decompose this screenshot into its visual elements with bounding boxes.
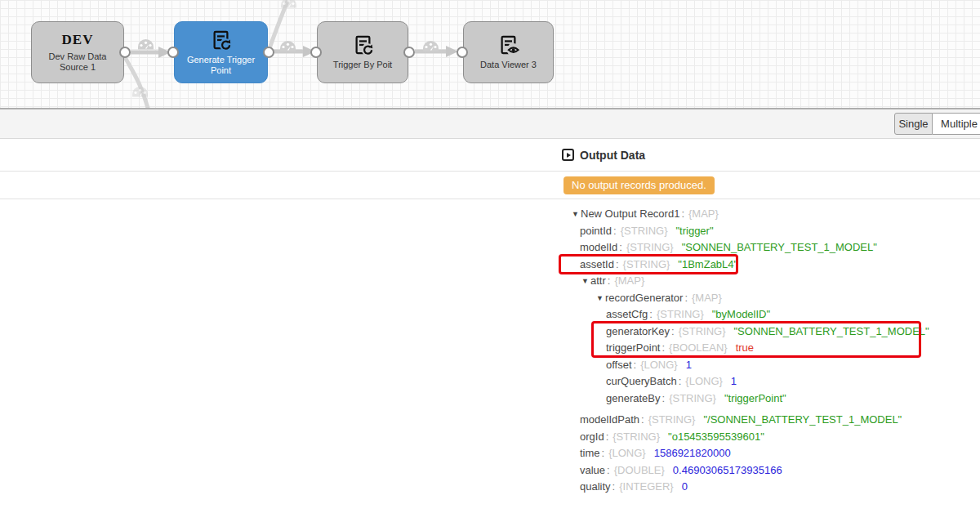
node-dev-badge: DEV — [62, 32, 94, 48]
tree-row-attr[interactable]: ▼attr:{MAP} — [562, 273, 980, 290]
multiple-mode-button[interactable]: Multiple — [933, 113, 980, 135]
document-refresh-icon — [210, 29, 232, 51]
node-label: Data Viewer 3 — [475, 60, 541, 70]
caret-down-icon[interactable]: ▼ — [581, 273, 590, 290]
document-refresh-icon — [352, 34, 374, 56]
output-port[interactable] — [119, 47, 131, 58]
node-label: Trigger By Poit — [328, 60, 397, 70]
output-data-header: Output Data — [0, 139, 980, 172]
node-generate-trigger-point[interactable]: Generate Trigger Point — [174, 21, 268, 83]
tree-row-assetcfg: assetCfg:{STRING}"byModelID" — [562, 306, 980, 323]
input-port[interactable] — [167, 47, 179, 58]
node-trigger-by-poit[interactable]: Trigger By Poit — [317, 21, 408, 83]
tree-row-generateby: generateBy:{STRING}"triggerPoint" — [562, 390, 980, 408]
tree-row-pointid: pointId:{STRING}"trigger" — [562, 223, 980, 240]
input-port[interactable] — [457, 47, 468, 58]
result-toolbar: Single Multiple — [0, 109, 980, 139]
tree-row-curquerybatch: curQueryBatch:{LONG}1 — [562, 373, 980, 390]
tree-row-offset: offset:{LONG}1 — [562, 357, 980, 374]
tree-row-triggerpoint: triggerPoint:{BOOLEAN}true — [562, 340, 980, 357]
tree-row-modelidpath: modelIdPath:{STRING}"/SONNEN_BATTERY_TES… — [562, 412, 980, 429]
tree-row-assetid: assetId:{STRING}"1BmZabL4" — [562, 256, 980, 274]
empty-message-row: No output records produced. — [0, 172, 980, 199]
output-port[interactable] — [403, 47, 415, 58]
node-data-viewer-3[interactable]: Data Viewer 3 — [463, 21, 554, 83]
tree-row-orgid: orgId:{STRING}"o15453595539601" — [562, 429, 980, 446]
tree-row-record[interactable]: ▼New Output Record1:{MAP} — [562, 206, 980, 223]
tree-row-quality: quality:{INTEGER}0 — [562, 479, 980, 496]
caret-down-icon[interactable]: ▼ — [572, 206, 581, 223]
tree-row-modelid: modelId:{STRING}"SONNEN_BATTERY_TEST_1_M… — [562, 239, 980, 256]
flow-canvas[interactable]: DEV Dev Raw Data Source 1 Generate Trigg… — [0, 0, 980, 109]
tree-row-time: time:{LONG}1586921820000 — [562, 445, 980, 462]
tree-row-recordgenerator[interactable]: ▼recordGenerator:{MAP} — [562, 290, 980, 307]
tree-row-generatorkey: generatorKey:{STRING}"SONNEN_BATTERY_TES… — [562, 323, 980, 341]
document-eye-icon — [497, 34, 519, 56]
record-mode-toggle: Single Multiple — [894, 113, 980, 135]
play-square-icon — [562, 149, 574, 161]
panel-title: Output Data — [580, 149, 645, 162]
output-port[interactable] — [263, 47, 274, 58]
node-label: Generate Trigger Point — [175, 55, 267, 76]
tree-row-value: value:{DOUBLE}0.46903065173935166 — [562, 462, 980, 480]
output-record-tree: ▼New Output Record1:{MAP} pointId:{STRIN… — [562, 199, 980, 496]
caret-down-icon[interactable]: ▼ — [596, 290, 605, 307]
no-output-badge: No output records produced. — [564, 176, 715, 194]
single-mode-button[interactable]: Single — [894, 113, 933, 135]
input-port[interactable] — [310, 47, 322, 58]
node-dev-raw-data-source[interactable]: DEV Dev Raw Data Source 1 — [31, 21, 124, 83]
node-label: Dev Raw Data Source 1 — [32, 51, 123, 73]
